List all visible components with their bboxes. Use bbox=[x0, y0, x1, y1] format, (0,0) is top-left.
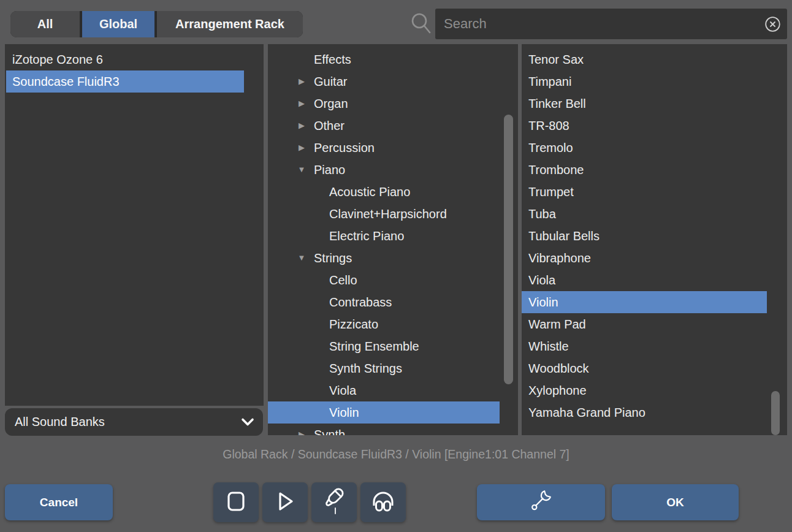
tree-item[interactable]: Acoustic Piano bbox=[268, 181, 500, 203]
patch-scrollbar[interactable] bbox=[771, 391, 780, 435]
patch-name: Tubular Bells bbox=[528, 229, 600, 243]
tree-item[interactable]: ▼ Piano bbox=[268, 159, 500, 181]
patch-list-item[interactable]: Yamaha Grand Piano bbox=[522, 401, 767, 424]
patch-list-item[interactable]: TR-808 bbox=[522, 115, 767, 137]
category-name: Strings bbox=[314, 247, 352, 269]
patch-list: Tenor Sax Timpani Tinker Bell TR-808 Tre… bbox=[522, 48, 787, 424]
tree-item[interactable]: Effects bbox=[268, 48, 500, 70]
disclosure-triangle-icon[interactable]: ▶ bbox=[295, 70, 308, 93]
record-button[interactable] bbox=[311, 482, 357, 522]
chevron-down-icon bbox=[241, 417, 254, 427]
category-name: Acoustic Piano bbox=[329, 181, 410, 203]
tab-label: All bbox=[37, 17, 53, 31]
patch-name: Tinker Bell bbox=[528, 97, 586, 110]
disclosure-triangle-icon[interactable]: ▼ bbox=[295, 247, 308, 269]
tree-item[interactable]: Pizzicato bbox=[268, 313, 500, 335]
category-tree-panel: Effects ▶ Guitar ▶ Organ ▶ Other ▶ Percu… bbox=[268, 44, 518, 435]
settings-button[interactable] bbox=[477, 484, 605, 520]
tab-label: Arrangement Rack bbox=[175, 17, 284, 31]
tree-item[interactable]: ▶ Guitar bbox=[268, 70, 500, 93]
tree-scrollbar[interactable] bbox=[504, 115, 513, 384]
monitor-button[interactable] bbox=[360, 482, 406, 522]
rack-filter-tab[interactable]: All bbox=[10, 11, 80, 37]
category-name: Cello bbox=[329, 269, 357, 291]
stop-button[interactable] bbox=[213, 482, 259, 522]
wrench-icon bbox=[529, 488, 554, 516]
category-name: Effects bbox=[314, 48, 351, 70]
patch-name: Tremolo bbox=[528, 141, 573, 154]
patch-name: Woodblock bbox=[528, 362, 589, 375]
disclosure-triangle-icon[interactable]: ▶ bbox=[295, 115, 308, 137]
rack-filter-tab[interactable]: Arrangement Rack bbox=[157, 11, 303, 37]
patch-list-item[interactable]: Warm Pad bbox=[522, 313, 767, 335]
disclosure-triangle-icon[interactable]: ▶ bbox=[295, 137, 308, 159]
play-icon bbox=[274, 490, 296, 515]
patch-list-item[interactable]: Whistle bbox=[522, 335, 767, 357]
patch-list-item[interactable]: Tuba bbox=[522, 203, 767, 225]
category-name: Synth Strings bbox=[329, 357, 402, 379]
category-name: Viola bbox=[329, 379, 356, 401]
tree-item[interactable]: ▶ Other bbox=[268, 115, 500, 137]
tree-item[interactable]: Synth Strings bbox=[268, 357, 500, 379]
patch-list-item[interactable]: Violin bbox=[522, 291, 767, 313]
tree-item[interactable]: Electric Piano bbox=[268, 225, 500, 247]
tree-item[interactable]: Cello bbox=[268, 269, 500, 291]
rack-filter-tab[interactable]: Global bbox=[82, 11, 154, 37]
ok-button[interactable]: OK bbox=[612, 484, 739, 520]
patch-list-item[interactable]: Tremolo bbox=[522, 137, 767, 159]
plugin-list-panel: iZotope Ozone 6 Soundcase FluidR3 bbox=[5, 44, 264, 406]
transport-controls bbox=[213, 482, 406, 522]
plugin-list-item[interactable]: Soundcase FluidR3 bbox=[6, 70, 244, 93]
clear-search-icon[interactable] bbox=[764, 16, 781, 32]
tree-item[interactable]: String Ensemble bbox=[268, 335, 500, 357]
plugin-list-item[interactable]: iZotope Ozone 6 bbox=[6, 48, 244, 70]
patch-name: Timpani bbox=[528, 75, 571, 88]
category-name: Guitar bbox=[314, 70, 347, 93]
patch-list-item[interactable]: Tenor Sax bbox=[522, 48, 767, 70]
patch-list-item[interactable]: Vibraphone bbox=[522, 247, 767, 269]
stop-icon bbox=[226, 490, 246, 514]
search-field-container bbox=[435, 9, 787, 39]
patch-list-item[interactable]: Xylophone bbox=[522, 379, 767, 401]
patch-name: Xylophone bbox=[528, 384, 587, 397]
category-name: Clavinet+Harpsichord bbox=[329, 203, 447, 225]
patch-list-item[interactable]: Trombone bbox=[522, 159, 767, 181]
disclosure-triangle-icon[interactable]: ▶ bbox=[295, 93, 308, 115]
patch-name: Viola bbox=[528, 273, 555, 287]
patch-list-item[interactable]: Woodblock bbox=[522, 357, 767, 379]
sound-bank-dropdown[interactable]: All Sound Banks bbox=[5, 408, 263, 436]
tree-item[interactable]: ▶ Percussion bbox=[268, 137, 500, 159]
tree-item[interactable]: Clavinet+Harpsichord bbox=[268, 203, 500, 225]
plugin-name: iZotope Ozone 6 bbox=[12, 53, 103, 66]
patch-name: Tenor Sax bbox=[528, 53, 584, 66]
play-button[interactable] bbox=[262, 482, 308, 522]
patch-name: Trumpet bbox=[528, 185, 574, 199]
category-name: Pizzicato bbox=[329, 313, 378, 335]
patch-list-item[interactable]: Viola bbox=[522, 269, 767, 291]
category-name: Percussion bbox=[314, 137, 375, 159]
category-name: Violin bbox=[329, 401, 359, 424]
category-name: Piano bbox=[314, 159, 345, 181]
category-name: String Ensemble bbox=[329, 335, 419, 357]
tree-item[interactable]: Viola bbox=[268, 379, 500, 401]
patch-name: Violin bbox=[528, 295, 558, 309]
disclosure-triangle-icon[interactable]: ▼ bbox=[295, 159, 308, 181]
cancel-button[interactable]: Cancel bbox=[5, 484, 113, 520]
patch-list-panel: Tenor Sax Timpani Tinker Bell TR-808 Tre… bbox=[522, 44, 787, 435]
plugin-name: Soundcase FluidR3 bbox=[12, 75, 120, 88]
search-input[interactable] bbox=[435, 16, 764, 32]
patch-list-item[interactable]: Tinker Bell bbox=[522, 93, 767, 115]
patch-list-item[interactable]: Trumpet bbox=[522, 181, 767, 203]
patch-list-item[interactable]: Tubular Bells bbox=[522, 225, 767, 247]
tree-item[interactable]: Contrabass bbox=[268, 291, 500, 313]
patch-list-item[interactable]: Timpani bbox=[522, 70, 767, 93]
tree-item[interactable]: ▼ Strings bbox=[268, 247, 500, 269]
tree-item[interactable]: ▶ Synth bbox=[268, 424, 500, 435]
category-name: Synth bbox=[314, 424, 345, 435]
category-name: Organ bbox=[314, 93, 348, 115]
category-tree: Effects ▶ Guitar ▶ Organ ▶ Other ▶ Percu… bbox=[268, 48, 518, 435]
disclosure-triangle-icon[interactable]: ▶ bbox=[295, 424, 308, 435]
patch-name: TR-808 bbox=[528, 119, 569, 132]
tree-item[interactable]: Violin bbox=[268, 401, 500, 424]
tree-item[interactable]: ▶ Organ bbox=[268, 93, 500, 115]
